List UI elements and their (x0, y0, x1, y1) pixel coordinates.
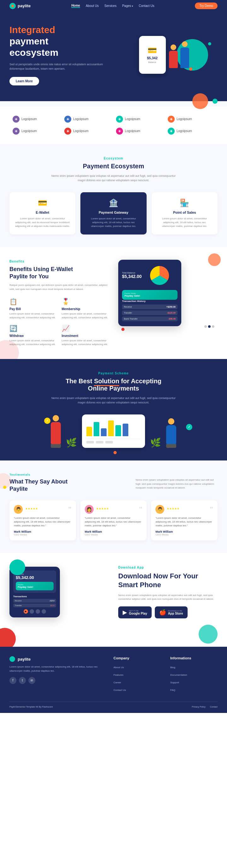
footer-link-features[interactable]: Features (113, 674, 123, 676)
logo-text: Logoipsum (125, 117, 140, 121)
paybill-icon: 📋 (9, 298, 57, 305)
social-icons: f t in (9, 677, 104, 684)
quote-icon-3: " (210, 506, 213, 513)
nav-link-contact[interactable]: Contact Us (139, 4, 154, 7)
ecosystem-cards: 💳 E-Wallet Lorem ipsum dolor sit amet, c… (9, 192, 218, 235)
solution-title: The Best Solution for Accepting Online P… (9, 378, 218, 392)
learn-more-button[interactable]: Learn More (9, 77, 39, 85)
navbar: paylite Home About Us Services Pages Con… (0, 0, 227, 12)
hero-figures (169, 41, 189, 68)
nav-logo: paylite (9, 3, 31, 9)
footer-link-aboutus[interactable]: About Us (113, 666, 124, 669)
nav-link-about[interactable]: About Us (86, 4, 99, 7)
history-title: Transaction History (122, 300, 177, 303)
mockup-header: Total Balance $5,342.00 (122, 264, 177, 287)
download-label: Download App (118, 566, 218, 569)
pos-desc: Lorem ipsum dolor sit amet, consectetur … (157, 217, 212, 228)
google-play-text: GET IT ON Google Play (129, 610, 147, 615)
testimonial-author-3: Mark William (155, 530, 213, 533)
footer-link-contact[interactable]: Contact Us (113, 689, 126, 691)
footer-contact-link[interactable]: Contact (210, 706, 218, 708)
footer-column-info: Informations Blog Documentation Support … (170, 656, 218, 694)
testimonials-dec-dot (3, 486, 6, 489)
mockup-nav-dots: ▶ (13, 609, 56, 614)
google-play-icon: ▶ (123, 609, 127, 616)
list-item: ◈ Logoipsum (116, 116, 163, 123)
membership-icon: 🎖️ (62, 298, 109, 305)
footer-link-faq[interactable]: FAQ (170, 689, 175, 691)
hero-dot-teal (208, 42, 211, 45)
mockup-dl-amount: $5,342.00 (16, 575, 54, 580)
testimonial-card-3: 👨 ★★★★★ " "Lorem ipsum dolor sit amet, c… (151, 500, 218, 540)
logos-grid: ◈ Logoipsum ◈ Logoipsum ◈ Logoipsum ◈ Lo… (12, 116, 215, 134)
bar-4 (108, 421, 114, 436)
eco-card-pos: 🏪 Point of Sales Lorem ipsum dolor sit a… (152, 192, 218, 235)
investment-desc: Lorem ipsum dolor sit amet, consectetur … (62, 339, 109, 346)
list-item: ◈ Logoipsum (116, 128, 163, 134)
footer-link-career[interactable]: Career (113, 681, 121, 684)
bar-2 (94, 422, 99, 436)
nav-link-home[interactable]: Home (71, 4, 80, 8)
social-icon-linkedin[interactable]: in (28, 677, 35, 684)
testimonials-grid: 👨 ★★★★★ " "Lorem ipsum dolor sit amet, c… (9, 500, 218, 540)
footer-bottom: Paylit Elementor Template Kit By Flashsc… (9, 702, 218, 708)
membership-desc: Lorem ipsum dolor sit amet, consectetur … (62, 312, 109, 319)
download-buttons: ▶ GET IT ON Google Play 🍎 Download on th… (118, 607, 218, 618)
google-play-button[interactable]: ▶ GET IT ON Google Play (118, 607, 152, 618)
pie-chart (150, 266, 169, 285)
logo-icon: ◈ (12, 116, 20, 123)
logo-text: Logoipsum (176, 129, 192, 133)
history-item-amount: -$98.00 (168, 318, 176, 320)
history-item-name: Receive (124, 306, 132, 308)
plant-right: 🌿 (150, 437, 161, 448)
logo-text: Logoipsum (22, 117, 37, 121)
footer-logo: paylite (9, 656, 104, 662)
nav-logo-icon (9, 3, 16, 9)
check-icon-2: ✓ (186, 424, 192, 430)
list-item: Receive +$250 (13, 599, 56, 602)
download-title: Download Now For Your Smart Phone (118, 572, 218, 590)
ewallet-desc: Lorem ipsum dolor sit amet, consectetur … (15, 217, 70, 228)
social-icon-facebook[interactable]: f (9, 677, 17, 684)
benefits-section: Benefits Benefits Using E-Wallet Paylite… (0, 247, 227, 359)
footer-link-blog[interactable]: Blog (170, 666, 175, 669)
app-mockup: Total Balance $5,342.00 Paylite Wallet P… (118, 260, 181, 326)
testimonial-card-2: 👩 ★★★★★ " "Lorem ipsum dolor sit amet, c… (80, 500, 147, 540)
footer-col-title-company: Company (113, 656, 161, 660)
chart-line (86, 439, 141, 439)
ecosystem-label: Ecosystem (9, 157, 218, 160)
paybill-desc: Lorem ipsum dolor sit amet, consectetur … (9, 312, 57, 319)
ecosystem-section: Ecosystem Payment Ecosystem Nemo enim ip… (0, 144, 227, 247)
footer-link-support[interactable]: Support (170, 681, 179, 684)
testimonials-section: Testimonials What They Say About Paylite… (0, 461, 227, 553)
logo-icon: ◈ (168, 116, 175, 123)
legend-item (86, 441, 94, 443)
gateway-desc: Lorem ipsum dolor sit amet, consectetur … (85, 217, 141, 228)
footer-link-docs[interactable]: Documentation (170, 674, 187, 676)
benefits-content: Benefits Benefits Using E-Wallet Paylite… (9, 260, 109, 346)
bar-chart (86, 419, 141, 436)
ecosystem-description: Nemo enim ipsam voluptatem quia voluptas… (47, 174, 180, 183)
testimonial-role-3: CEO Media (155, 533, 213, 536)
stars-3: ★★★★★ (167, 507, 179, 510)
paybill-title: Pay Bill (9, 307, 57, 311)
testimonial-text-3: "Lorem ipsum dolor sit amet, consectetur… (155, 516, 213, 528)
divider-dot-teal (212, 99, 218, 104)
testimonials-label: Testimonials (9, 473, 218, 476)
testimonials-title: What They Say About Paylite (9, 478, 67, 493)
nav-link-pages[interactable]: Pages (122, 4, 133, 7)
social-icon-twitter[interactable]: t (19, 677, 26, 684)
benefits-label: Benefits (9, 260, 109, 263)
list-item: ◈ Logoipsum (12, 116, 59, 123)
app-store-sub: Download on the (168, 610, 183, 612)
testimonial-card-1: 👨 ★★★★★ " "Lorem ipsum dolor sit amet, c… (9, 500, 76, 540)
nav-link-services[interactable]: Services (104, 4, 116, 7)
footer-privacy-link[interactable]: Privacy Policy (192, 706, 205, 708)
benefit-membership: 🎖️ Membership Lorem ipsum dolor sit amet… (62, 298, 109, 319)
app-store-button[interactable]: 🍎 Download on the App Store (155, 607, 188, 618)
try-demo-button[interactable]: Try Demo (195, 2, 218, 9)
benefit-withdraw: 🔄 Withdraw Lorem ipsum dolor sit amet, c… (9, 324, 57, 346)
footer-description: Lorem ipsum dolor sit amet, consectetur … (9, 665, 104, 673)
list-item: ◈ Logoipsum (64, 116, 111, 123)
hero-title: Integrated payment ecosystem (9, 24, 110, 58)
